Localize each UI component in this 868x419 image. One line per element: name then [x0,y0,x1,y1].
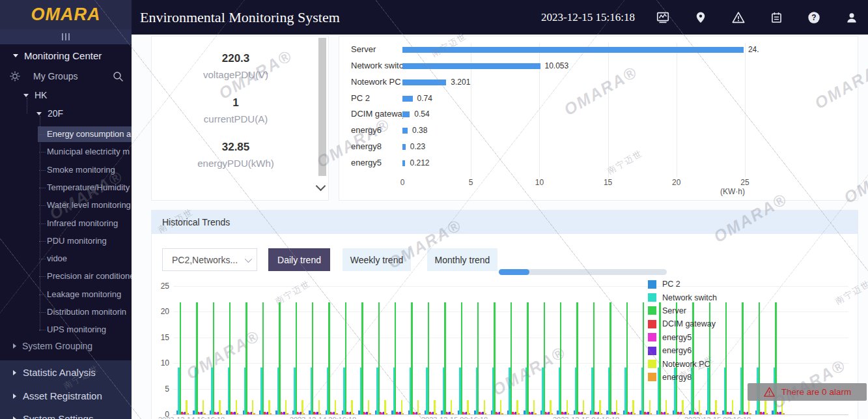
app-window: OMARA Monitoring Center My Groups [0,0,868,419]
trend-bar [336,413,337,414]
bar [402,79,446,85]
my-groups-row[interactable]: My Groups [9,70,124,82]
trend-bar [485,413,486,414]
trend-bar [262,302,264,414]
trend-bar [318,400,320,414]
legend-label: energy5 [662,333,692,342]
trend-bar [766,413,768,414]
trend-bar [378,302,380,414]
legend-label: Network switch [662,293,717,302]
sidebar: OMARA Monitoring Center My Groups [0,0,132,419]
sidebar-collapse-handle[interactable] [0,29,132,44]
trend-bar [285,400,287,414]
legend-item[interactable]: energy6 [648,344,717,357]
legend-swatch [648,280,656,289]
sidebar-item-asset-registration[interactable]: Asset Registration [13,390,102,401]
trend-bar [732,400,733,414]
tree-item[interactable]: vidoe [38,251,132,267]
trend-bar [395,302,396,414]
warning-triangle-icon [763,386,776,397]
user-icon[interactable] [845,10,859,25]
y-tick-label: 15 [152,333,169,342]
trend-bar [353,413,354,414]
trend-bar [368,400,369,414]
trend-bar [320,413,321,414]
trend-bar [552,413,553,414]
help-icon[interactable]: ? [807,10,821,25]
tree-item[interactable]: Temperature/Humidity [38,180,132,195]
trend-bar [725,302,727,414]
alarm-status-badge[interactable]: There are 0 alarm [748,383,867,401]
legend-item[interactable]: PC 2 [648,278,717,291]
datetime-display: 2023-12-15 15:16:18 [541,11,635,24]
x-tick-label: 5 [469,178,473,187]
trend-bar [609,302,611,414]
bar [402,63,540,69]
legend-item[interactable]: energy5 [648,331,717,344]
energy-bar-chart: 0510152025(KW·h)Server24.Network switch1… [339,36,858,200]
log-notepad-icon[interactable] [769,10,783,25]
trend-bar [213,302,214,414]
trend-bar [270,413,272,414]
tree-item[interactable]: Smoke monitoring [38,162,132,178]
trend-bar [229,302,231,414]
trend-bar [643,302,644,414]
x-tick-label: 2023-12-14 20:16:18 [290,416,356,419]
sidebar-item-statistic-analysis[interactable]: Statistic Analysis [13,367,96,378]
trend-bar [632,400,634,414]
trend-bar [296,302,297,414]
stat-energy: 32.85 energyPDU(kWh) [197,141,274,169]
trend-bar [500,400,501,414]
x-tick-label: 2023-12-15 08:16:18 [684,416,751,419]
tree-item[interactable]: Municipal electricity m [38,144,132,160]
tree-item[interactable]: UPS monitoring [38,322,132,338]
tree-item[interactable]: Water level monitoring [38,197,132,213]
tree-item[interactable]: Infrared monitoring [38,216,132,231]
alarm-warning-icon[interactable] [731,10,746,25]
energy-bar-chart-panel: 0510152025(KW·h)Server24.Network switch1… [339,36,858,201]
trend-bar [219,400,220,414]
trend-bar [436,413,437,414]
trend-bar [196,302,197,414]
sidebar-item-system-grouping[interactable]: System Grouping [13,341,92,351]
trend-bar [328,302,329,414]
tree-item[interactable]: Distribution monitorin [38,304,132,320]
trend-bar [484,400,485,414]
trend-bar [461,302,462,414]
x-tick-label: 2023-12-14 16:16:18 [158,416,225,419]
trend-bar [369,413,371,414]
trend-bar [584,413,585,414]
y-tick-label: 10 [152,358,169,368]
stats-scrollbar[interactable] [318,38,326,176]
trend-bar [634,413,636,414]
bar-value-label: 10.053 [545,61,569,70]
legend-label: energy8 [662,373,692,382]
legend-item[interactable]: Network switch [648,291,717,304]
tree-item[interactable]: Energy consumption a [38,126,132,142]
trend-bar [303,413,305,414]
tree-item[interactable]: Precision air conditione [38,268,132,284]
legend-item[interactable]: Server [648,304,717,317]
legend-item[interactable]: DCIM gateway [648,317,717,330]
main-area: Environmental Monitoring System 2023-12-… [132,0,868,419]
tree-item[interactable]: PDU monitoring [38,233,132,249]
trend-bar [451,400,452,414]
my-groups-label: My Groups [33,71,77,81]
trend-bar [568,413,569,414]
trend-bar [469,413,470,414]
legend-item[interactable]: Notework PC [648,357,717,370]
legend-swatch [648,347,656,355]
sidebar-item-system-settings[interactable]: System Settings [13,413,93,419]
tree-item[interactable]: Leakage monitoring [38,287,132,302]
bar-value-label: 0.212 [410,158,429,167]
location-icon[interactable] [693,10,708,25]
tree-node-20f[interactable]: 20F [36,108,63,119]
monitor-chart-icon[interactable] [656,10,670,25]
alarm-text: There are 0 alarm [781,387,851,397]
bar [402,160,405,166]
sidebar-item-monitoring-center[interactable]: Monitoring Center [13,50,102,61]
search-icon[interactable] [113,71,124,82]
bar-value-label: 3.201 [451,78,470,87]
trend-bar [428,302,429,414]
legend-item[interactable]: energy8 [648,371,717,384]
